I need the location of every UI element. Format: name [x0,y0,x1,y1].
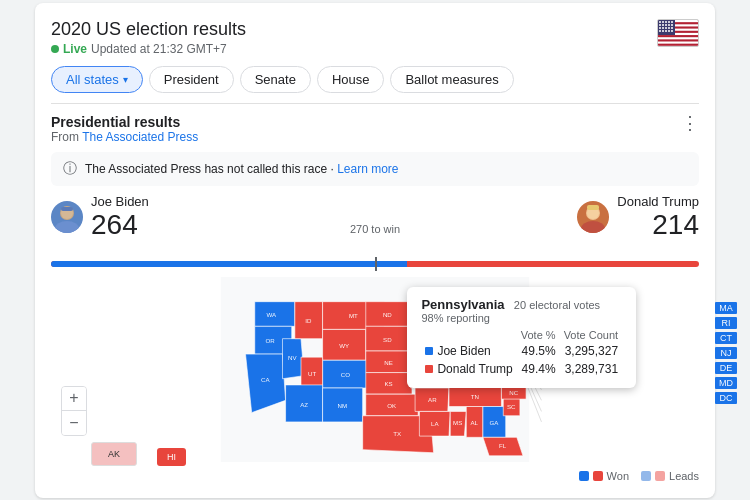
svg-point-24 [659,30,661,32]
more-options-button[interactable]: ⋮ [681,114,699,132]
popup-row-biden: Joe Biden 49.5% 3,295,327 [421,342,622,360]
leads-label: Leads [669,470,699,482]
alaska-box: AK [91,442,137,466]
biden-color-dot [425,347,433,355]
legend-won-blue: Won [579,470,629,482]
svg-rect-32 [61,207,73,211]
svg-point-10 [662,21,664,23]
biden-name: Joe Biden [91,194,149,209]
source-link[interactable]: The Associated Press [82,130,198,144]
header-row: 2020 US election results Live Updated at… [51,19,699,56]
svg-text:OK: OK [387,401,397,408]
svg-text:CA: CA [261,375,270,382]
svg-point-9 [659,21,661,23]
svg-rect-7 [658,45,699,46]
live-label: Live [63,42,87,56]
popup-table: Vote % Vote Count Joe Biden 49.5% 3,295,… [421,328,622,378]
to-win-label: 270 to win [51,223,699,235]
section-title-group: Presidential results From The Associated… [51,114,198,144]
ct-state: CT [715,332,737,344]
live-row: Live Updated at 21:32 GMT+7 [51,42,246,56]
svg-point-15 [662,24,664,26]
map-container: WA OR CA NV ID MT WY [51,277,699,466]
section-title: Presidential results [51,114,198,130]
svg-point-19 [659,27,661,29]
tab-senate-label: Senate [255,72,296,87]
live-dot-icon [51,45,59,53]
svg-point-14 [659,24,661,26]
popup-row-trump: Donald Trump 49.4% 3,289,731 [421,360,622,378]
svg-rect-5 [658,37,699,39]
tab-ballot-measures[interactable]: Ballot measures [390,66,513,93]
svg-text:CO: CO [341,370,350,377]
flag-container [657,19,699,51]
md-state: MD [715,377,737,389]
learn-more-link[interactable]: Learn more [337,162,398,176]
col-vote-pct: Vote % [517,328,560,342]
svg-text:UT: UT [308,369,316,376]
alaska-label: AK [108,449,120,459]
tab-all-states[interactable]: All states ▾ [51,66,143,93]
svg-text:SC: SC [507,402,516,409]
biden-progress [51,261,407,267]
svg-point-28 [671,30,673,32]
svg-text:AZ: AZ [300,400,308,407]
svg-point-17 [668,24,670,26]
tab-senate[interactable]: Senate [240,66,311,93]
info-text: The Associated Press has not called this… [85,162,337,176]
svg-point-16 [665,24,667,26]
ri-state: RI [715,317,737,329]
popup-electoral: 20 electoral votes [514,299,600,311]
ma-state: MA [715,302,737,314]
svg-point-13 [671,21,673,23]
progress-section: 270 to win [51,245,699,267]
zoom-out-button[interactable]: − [62,411,86,435]
midpoint-line [375,257,377,271]
alaska-container: AK [91,442,137,466]
info-icon: ⓘ [63,160,77,178]
svg-point-12 [668,21,670,23]
page-title: 2020 US election results [51,19,246,40]
svg-text:WA: WA [267,311,278,318]
svg-point-23 [671,27,673,29]
svg-text:OR: OR [266,336,276,343]
svg-text:FL: FL [499,442,507,449]
tab-president[interactable]: President [149,66,234,93]
svg-text:ND: ND [383,311,392,318]
source-label: From [51,130,82,144]
svg-text:WY: WY [339,341,349,348]
svg-point-11 [665,21,667,23]
svg-point-22 [668,27,670,29]
svg-point-27 [668,30,670,32]
blue-leads-dot [641,471,651,481]
popup-header: Pennsylvania 20 electoral votes [421,297,622,312]
col-candidate [421,328,516,342]
red-won-dot [593,471,603,481]
svg-text:SD: SD [383,335,392,342]
tab-house-label: House [332,72,370,87]
dc-state: DC [715,392,737,404]
svg-point-25 [662,30,664,32]
svg-point-20 [662,27,664,29]
legend-leads: Leads [641,470,699,482]
svg-text:MT: MT [349,312,358,319]
tab-house[interactable]: House [317,66,385,93]
svg-text:NM: NM [338,401,348,408]
svg-point-21 [665,27,667,29]
updated-text: Updated at 21:32 GMT+7 [91,42,227,56]
svg-text:MS: MS [453,419,462,426]
svg-text:AR: AR [428,396,437,403]
svg-text:NV: NV [288,354,297,361]
svg-text:ID: ID [305,317,312,324]
zoom-controls: + − [61,386,87,436]
svg-text:TN: TN [471,393,479,400]
svg-text:NC: NC [509,388,518,395]
source-attribution: From The Associated Press [51,130,198,144]
zoom-in-button[interactable]: + [62,387,86,411]
popup-reporting: 98% reporting [421,312,622,324]
alaska-hawaii-area: + − AK HI [61,442,186,466]
svg-text:NE: NE [384,358,393,365]
hawaii-box: HI [157,448,186,466]
svg-text:GA: GA [490,419,500,426]
red-leads-dot [655,471,665,481]
